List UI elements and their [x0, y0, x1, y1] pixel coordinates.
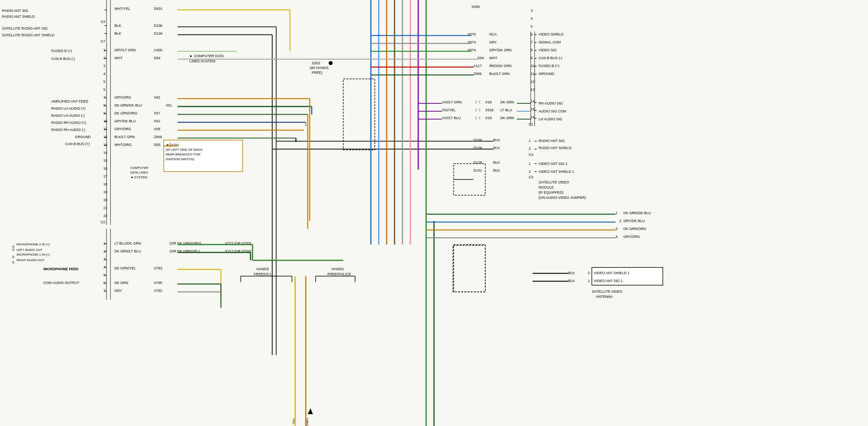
svg-text:《《: 《《: [473, 116, 481, 120]
svg-text:ANTENNA: ANTENNA: [596, 295, 613, 299]
svg-text:CAN B BUS (+): CAN B BUS (+): [65, 142, 90, 146]
svg-text:12: 12: [531, 80, 535, 84]
diagram-svg: RADIO ANT SIG RADIO ANT SHIELD C4 SATELL…: [0, 0, 868, 426]
svg-text:WHT: WHT: [489, 56, 498, 60]
svg-text:GRY: GRY: [114, 289, 122, 293]
svg-text:BLK: BLK: [493, 138, 500, 142]
svg-text:GROUND: GROUND: [75, 135, 91, 139]
svg-text:SATELLITE RADIO ANT SHIELD: SATELLITE RADIO ANT SHIELD: [2, 33, 54, 37]
svg-text:2: 2: [103, 56, 105, 60]
svg-text:21: 21: [103, 206, 107, 210]
svg-text:DK GRN: DK GRN: [500, 116, 514, 120]
svg-text:► COMPUTER DATA: ► COMPUTER DATA: [189, 54, 224, 58]
svg-point-105: [329, 61, 333, 65]
svg-text:GRY: GRY: [489, 40, 497, 44]
svg-text:DK GRN/ORG: DK GRN/ORG: [623, 227, 646, 231]
svg-text:DK GRN/YEL: DK GRN/YEL: [114, 266, 136, 270]
svg-text:VIDEO ANT SHIELD 1: VIDEO ANT SHIELD 1: [539, 170, 574, 174]
svg-text:20: 20: [103, 198, 107, 202]
svg-text:Z909: Z909: [473, 72, 482, 76]
svg-text:4: 4: [531, 17, 533, 21]
svg-text:RADIO ANT SIG: RADIO ANT SIG: [2, 9, 28, 13]
svg-text:D141: D141: [473, 168, 482, 172]
svg-text:HANDS: HANDS: [331, 267, 344, 271]
svg-text:DK GRN/DK BLU: DK GRN/DK BLU: [623, 211, 651, 215]
svg-text:11: 11: [531, 72, 535, 76]
svg-text:D54: D54: [154, 56, 161, 60]
svg-text:RADIO LH AUDIO (-): RADIO LH AUDIO (-): [51, 114, 85, 118]
svg-text:LT BLU/DK GRN: LT BLU/DK GRN: [114, 241, 141, 245]
svg-text:C4: C4: [101, 20, 105, 24]
svg-text:◄ SYSTEM: ◄ SYSTEM: [130, 176, 147, 179]
svg-text:VIDEO ANT SIG 1: VIDEO ANT SIG 1: [539, 162, 567, 166]
svg-text:11: 11: [103, 127, 107, 131]
svg-text:BLK: BLK: [493, 168, 500, 172]
svg-text:8: 8: [531, 48, 533, 52]
svg-text:(ON AUDIO-VIDEO JUMPER): (ON AUDIO-VIDEO JUMPER): [539, 196, 586, 200]
svg-text:《《: 《《: [473, 100, 481, 104]
svg-text:DK GRN: DK GRN: [500, 100, 514, 104]
svg-text:FREE): FREE): [312, 71, 322, 75]
svg-text:2: 2: [529, 170, 531, 174]
svg-text:VIDEO SHIELD: VIDEO SHIELD: [539, 32, 564, 36]
svg-text:4: 4: [103, 265, 105, 269]
svg-text:16: 16: [103, 166, 107, 170]
svg-text:14: 14: [103, 151, 107, 155]
svg-text:9: 9: [531, 56, 533, 60]
svg-text:S203: S203: [312, 61, 320, 65]
svg-text:VIO/LT GRN: VIO/LT GRN: [442, 100, 462, 104]
svg-text:3: 3: [531, 9, 533, 13]
svg-text:1: 1: [103, 48, 105, 52]
svg-text:17: 17: [103, 174, 107, 178]
svg-text:MICROPHONE 1 IN (+): MICROPHONE 1 IN (+): [17, 253, 50, 256]
wiring-diagram: RADIO ANT SIG RADIO ANT SHIELD C4 SATELL…: [0, 0, 868, 426]
svg-text:6: 6: [103, 281, 105, 285]
svg-text:VIDEO ANT SHIELD 1: VIDEO ANT SHIELD 1: [594, 271, 629, 275]
svg-text:AMPLIFIED ANT FEED: AMPLIFIED ANT FEED: [51, 99, 88, 103]
svg-text:4: 4: [103, 72, 105, 76]
svg-text:(IF EQUIPPED): (IF EQUIPPED): [539, 191, 563, 194]
svg-text:4: 4: [615, 235, 617, 239]
svg-text:COMPUTER: COMPUTER: [130, 166, 148, 170]
svg-text:X52: X52: [154, 119, 160, 123]
svg-text:DK GRN: DK GRN: [114, 281, 128, 285]
svg-text:BLK/LT GRN: BLK/LT GRN: [114, 135, 135, 139]
svg-text:①: ①: [12, 255, 15, 259]
svg-text:SATELLITE VIDEO: SATELLITE VIDEO: [539, 180, 569, 184]
svg-text:BLK: BLK: [114, 24, 121, 28]
svg-text:D126: D126: [154, 32, 163, 36]
svg-text:3: 3: [103, 257, 105, 261]
svg-text:2: 2: [588, 271, 590, 275]
svg-text:RADIO RH AUDIO (+): RADIO RH AUDIO (+): [51, 121, 86, 125]
svg-text:SATELLITE RADIO ANT SIG: SATELLITE RADIO ANT SIG: [2, 26, 48, 30]
svg-text:C3: C3: [529, 175, 533, 179]
svg-text:1: 1: [529, 139, 531, 143]
svg-text:7: 7: [531, 40, 533, 44]
svg-text:◄║G200: ◄║G200: [166, 143, 179, 147]
svg-text:D931: D931: [154, 7, 163, 11]
svg-text:DK GRN/ORG: DK GRN/ORG: [114, 111, 137, 115]
svg-text:GRY/DK BLU: GRY/DK BLU: [114, 119, 136, 123]
svg-text:RADIO RH AUDIO (-): RADIO RH AUDIO (-): [51, 128, 85, 132]
svg-text:X19: X19: [485, 116, 492, 120]
svg-text:2: 2: [103, 249, 105, 253]
svg-text:6: 6: [531, 32, 533, 36]
svg-text:10: 10: [103, 119, 107, 123]
svg-text:5: 5: [103, 273, 105, 277]
svg-text:S394: S394: [471, 5, 480, 9]
svg-text:1: 1: [588, 279, 590, 283]
svg-text:A300: A300: [154, 48, 162, 52]
svg-text:10: 10: [531, 64, 535, 68]
svg-text:HANDS: HANDS: [256, 267, 269, 271]
svg-text:BLK: BLK: [568, 271, 575, 275]
svg-text:7: 7: [103, 95, 105, 99]
svg-text:22: 22: [103, 214, 107, 218]
svg-text:GRY/ORG: GRY/ORG: [114, 127, 131, 131]
svg-text:X58: X58: [154, 127, 160, 131]
svg-text:FUSED B (+): FUSED B (+): [51, 49, 72, 53]
svg-text:X51: X51: [166, 103, 172, 107]
svg-text:②: ②: [12, 261, 15, 264]
svg-text:CAN B BUS (-): CAN B BUS (-): [51, 57, 75, 61]
svg-text:1: 1: [103, 241, 105, 245]
svg-text:15: 15: [531, 107, 535, 111]
